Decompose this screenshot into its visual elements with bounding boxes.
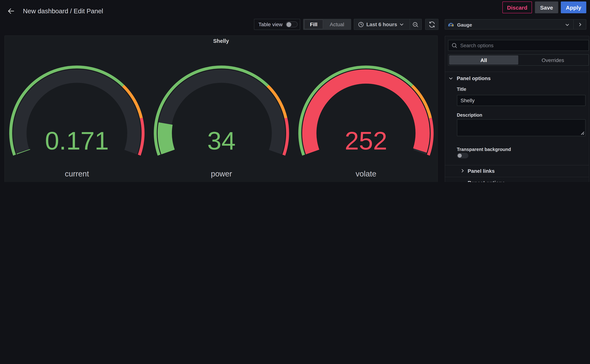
svg-text:79: 79 [450,25,452,27]
